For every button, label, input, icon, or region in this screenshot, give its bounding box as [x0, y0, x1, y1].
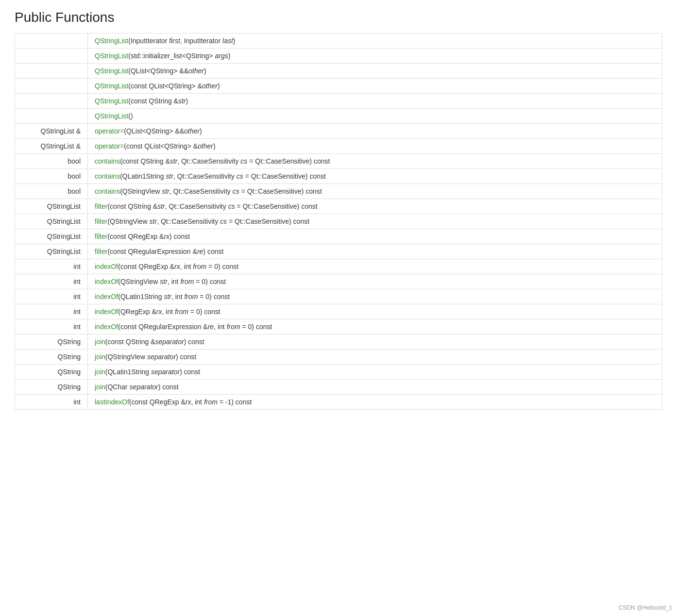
table-row: QStringList &operator=(const QList<QStri…: [15, 139, 662, 154]
table-row: QStringList(QList<QString> &&other): [15, 64, 662, 79]
function-sig-cell[interactable]: operator=(const QList<QString> &other): [88, 139, 662, 154]
function-name[interactable]: indexOf: [95, 278, 118, 285]
function-name[interactable]: lastIndexOf: [95, 398, 129, 406]
functions-table: QStringList(InputIterator first, InputIt…: [15, 33, 662, 410]
function-sig-cell[interactable]: join(const QString &separator) const: [88, 334, 662, 350]
function-name[interactable]: QStringList: [95, 67, 128, 75]
function-params: (const QRegularExpression &re, int from …: [118, 323, 272, 331]
table-row: boolcontains(const QString &str, Qt::Cas…: [15, 154, 662, 169]
function-sig-cell[interactable]: contains(QLatin1String str, Qt::CaseSens…: [88, 169, 662, 184]
function-name[interactable]: indexOf: [95, 263, 118, 270]
function-params: (const QString &str, Qt::CaseSensitivity…: [107, 202, 317, 210]
function-name[interactable]: indexOf: [95, 293, 118, 300]
return-type-cell: QStringList: [15, 244, 88, 259]
function-sig-cell[interactable]: filter(const QRegExp &rx) const: [88, 229, 662, 244]
function-sig-cell[interactable]: indexOf(const QRegExp &rx, int from = 0)…: [88, 259, 662, 274]
table-row: QStringListfilter(QStringView str, Qt::C…: [15, 214, 662, 229]
function-params: (std::initializer_list<QString> args): [128, 52, 230, 60]
function-sig-cell[interactable]: QStringList(): [88, 109, 662, 124]
function-name[interactable]: filter: [95, 217, 107, 225]
function-params: (QList<QString> &&other): [124, 127, 202, 135]
function-name[interactable]: contains: [95, 157, 120, 165]
function-params: (QStringView str, Qt::CaseSensitivity cs…: [107, 217, 309, 225]
return-type-cell: QString: [15, 380, 88, 395]
function-name[interactable]: QStringList: [95, 37, 128, 45]
function-sig-cell[interactable]: filter(QStringView str, Qt::CaseSensitiv…: [88, 214, 662, 229]
return-type-cell: [15, 49, 88, 64]
function-name[interactable]: contains: [95, 187, 120, 195]
function-sig-cell[interactable]: join(QStringView separator) const: [88, 350, 662, 365]
function-params: (QStringView str, int from = 0) const: [118, 278, 226, 285]
function-sig-cell[interactable]: join(QLatin1String separator) const: [88, 365, 662, 380]
function-params: (InputIterator first, InputIterator last…: [128, 37, 235, 45]
function-params: (const QString &separator) const: [105, 338, 204, 346]
function-sig-cell[interactable]: indexOf(QStringView str, int from = 0) c…: [88, 274, 662, 289]
table-row: QStringjoin(const QString &separator) co…: [15, 334, 662, 350]
function-name[interactable]: QStringList: [95, 82, 128, 90]
function-name[interactable]: contains: [95, 172, 120, 180]
function-name[interactable]: join: [95, 368, 105, 376]
function-name[interactable]: operator=: [95, 142, 124, 150]
return-type-cell: QString: [15, 350, 88, 365]
function-sig-cell[interactable]: join(QChar separator) const: [88, 380, 662, 395]
function-name[interactable]: filter: [95, 202, 107, 210]
function-name[interactable]: join: [95, 353, 105, 361]
return-type-cell: QString: [15, 334, 88, 350]
table-row: QStringjoin(QLatin1String separator) con…: [15, 365, 662, 380]
function-name[interactable]: filter: [95, 248, 107, 255]
return-type-cell: QStringList: [15, 214, 88, 229]
function-sig-cell[interactable]: indexOf(const QRegularExpression &re, in…: [88, 319, 662, 334]
return-type-cell: QString: [15, 365, 88, 380]
function-name[interactable]: QStringList: [95, 52, 128, 60]
function-sig-cell[interactable]: QStringList(InputIterator first, InputIt…: [88, 33, 662, 49]
return-type-cell: int: [15, 395, 88, 410]
function-name[interactable]: indexOf: [95, 323, 118, 331]
table-row: QStringjoin(QStringView separator) const: [15, 350, 662, 365]
table-row: QStringListfilter(const QRegExp &rx) con…: [15, 229, 662, 244]
table-row: intlastIndexOf(const QRegExp &rx, int fr…: [15, 395, 662, 410]
function-sig-cell[interactable]: indexOf(QLatin1String str, int from = 0)…: [88, 289, 662, 304]
function-sig-cell[interactable]: QStringList(const QString &str): [88, 94, 662, 109]
function-name[interactable]: indexOf: [95, 308, 118, 316]
table-row: boolcontains(QLatin1String str, Qt::Case…: [15, 169, 662, 184]
return-type-cell: QStringList &: [15, 124, 88, 139]
function-sig-cell[interactable]: contains(const QString &str, Qt::CaseSen…: [88, 154, 662, 169]
table-row: intindexOf(QStringView str, int from = 0…: [15, 274, 662, 289]
function-params: (): [128, 112, 133, 120]
function-sig-cell[interactable]: filter(const QString &str, Qt::CaseSensi…: [88, 199, 662, 214]
table-row: QStringList(InputIterator first, InputIt…: [15, 33, 662, 49]
function-name[interactable]: filter: [95, 233, 107, 240]
return-type-cell: bool: [15, 184, 88, 199]
return-type-cell: bool: [15, 169, 88, 184]
function-sig-cell[interactable]: filter(const QRegularExpression &re) con…: [88, 244, 662, 259]
table-row: QStringjoin(QChar separator) const: [15, 380, 662, 395]
function-params: (const QRegExp &rx, int from = 0) const: [118, 263, 238, 270]
function-sig-cell[interactable]: QStringList(std::initializer_list<QStrin…: [88, 49, 662, 64]
table-row: boolcontains(QStringView str, Qt::CaseSe…: [15, 184, 662, 199]
function-name[interactable]: QStringList: [95, 97, 128, 105]
table-row: QStringList(const QString &str): [15, 94, 662, 109]
return-type-cell: bool: [15, 154, 88, 169]
table-row: intindexOf(const QRegularExpression &re,…: [15, 319, 662, 334]
return-type-cell: int: [15, 289, 88, 304]
function-params: (QLatin1String str, Qt::CaseSensitivity …: [120, 172, 326, 180]
function-sig-cell[interactable]: QStringList(const QList<QString> &other): [88, 79, 662, 94]
table-row: QStringListfilter(const QRegularExpressi…: [15, 244, 662, 259]
return-type-cell: int: [15, 304, 88, 319]
function-name[interactable]: QStringList: [95, 112, 128, 120]
function-sig-cell[interactable]: indexOf(QRegExp &rx, int from = 0) const: [88, 304, 662, 319]
function-name[interactable]: join: [95, 383, 105, 391]
function-params: (QList<QString> &&other): [128, 67, 206, 75]
function-sig-cell[interactable]: lastIndexOf(const QRegExp &rx, int from …: [88, 395, 662, 410]
function-sig-cell[interactable]: contains(QStringView str, Qt::CaseSensit…: [88, 184, 662, 199]
return-type-cell: int: [15, 274, 88, 289]
function-name[interactable]: operator=: [95, 127, 124, 135]
function-name[interactable]: join: [95, 338, 105, 346]
function-params: (const QRegularExpression &re) const: [107, 248, 223, 255]
function-params: (const QList<QString> &other): [128, 82, 220, 90]
table-row: intindexOf(QLatin1String str, int from =…: [15, 289, 662, 304]
function-sig-cell[interactable]: QStringList(QList<QString> &&other): [88, 64, 662, 79]
return-type-cell: int: [15, 259, 88, 274]
function-params: (const QRegExp &rx) const: [107, 233, 190, 240]
function-sig-cell[interactable]: operator=(QList<QString> &&other): [88, 124, 662, 139]
